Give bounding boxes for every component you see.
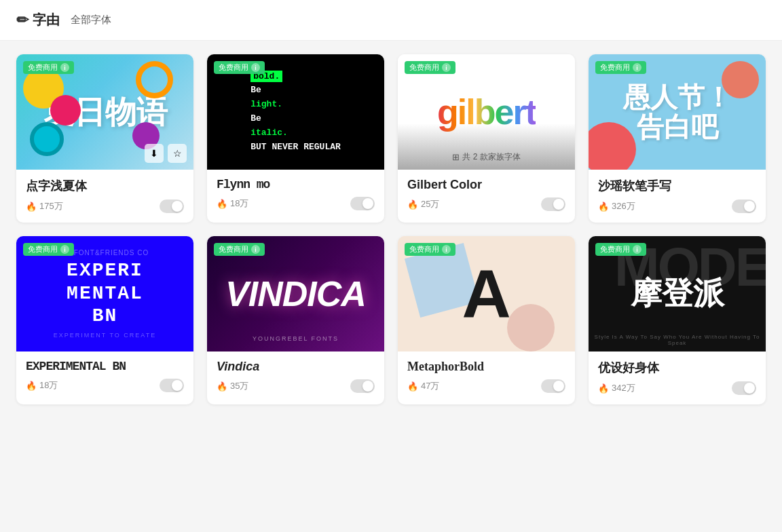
card-info-youshe: 优设好身体 🔥 342万 bbox=[589, 352, 766, 404]
flame-icon-youshe: 🔥 bbox=[598, 383, 609, 394]
free-badge-metaphor: 免费商用 i bbox=[405, 243, 455, 256]
free-badge-youshe: 免费商用 i bbox=[595, 243, 646, 256]
card-info-gilbert: Gilbert Color 🔥 25万 bbox=[398, 170, 575, 221]
card-preview-flynn: 免费商用 i bold. Be light. Be italic. BUT NE… bbox=[207, 54, 384, 170]
flame-icon-flynn: 🔥 bbox=[217, 199, 227, 209]
info-icon-experimental: i bbox=[60, 245, 69, 254]
preview-text-youshe: 摩登派 bbox=[631, 273, 724, 315]
font-meta-shayao: 🔥 326万 bbox=[598, 200, 756, 213]
flame-icon: 🔥 bbox=[26, 202, 37, 212]
card-info-xiari: 点字浅夏体 🔥 175万 bbox=[16, 170, 193, 223]
toggle-xiari[interactable] bbox=[160, 200, 184, 213]
free-badge-shayao: 免费商用 i bbox=[595, 61, 646, 74]
toggle-flynn[interactable] bbox=[350, 197, 375, 210]
preview-text-shayao: 愚人节！告白吧 bbox=[623, 82, 732, 142]
card-info-flynn: Flynn mo 🔥 18万 bbox=[207, 170, 384, 220]
toggle-gilbert[interactable] bbox=[541, 197, 565, 211]
free-badge-vindica: 免费商用 i bbox=[214, 243, 265, 256]
download-count-flynn: 🔥 18万 bbox=[217, 197, 248, 210]
preview-star-icon[interactable]: ☆ bbox=[168, 144, 187, 163]
card-preview-vindica: 免费商用 i VINDICA YOUNGREBEL FONTS bbox=[207, 236, 384, 352]
font-grid: 免费商用 i 夏日物语 ⬇ ☆ 点字浅夏体 🔥 175万 bbox=[0, 41, 782, 418]
font-card-experimental[interactable]: 免费商用 i BY FONT&FRIENDS CO EXPERIMENTALBN… bbox=[16, 236, 193, 404]
font-meta-vindica: 🔥 35万 bbox=[217, 379, 375, 393]
font-meta-metaphor: 🔥 47万 bbox=[407, 379, 565, 393]
flame-icon-gilbert: 🔥 bbox=[407, 200, 418, 210]
card-preview-experimental: 免费商用 i BY FONT&FRIENDS CO EXPERIMENTALBN… bbox=[16, 236, 193, 352]
download-count-xiari: 🔥 175万 bbox=[26, 200, 63, 212]
logo-text: 字由 bbox=[33, 11, 60, 29]
flame-icon-metaphor: 🔥 bbox=[407, 381, 418, 392]
font-meta-xiari: 🔥 175万 bbox=[26, 200, 184, 213]
download-count-metaphor: 🔥 47万 bbox=[407, 380, 439, 392]
logo[interactable]: ✏ 字由 bbox=[16, 11, 60, 29]
toggle-vindica[interactable] bbox=[350, 379, 375, 393]
card-preview-xiari: 免费商用 i 夏日物语 ⬇ ☆ bbox=[16, 54, 193, 170]
font-card-youshe[interactable]: 免费商用 i MODE 摩登派 Style Is A Way To Say Wh… bbox=[589, 236, 766, 404]
font-card-shayao[interactable]: 免费商用 i 愚人节！告白吧 沙瑶软笔手写 🔥 326万 bbox=[589, 54, 766, 223]
font-card-xiari[interactable]: 免费商用 i 夏日物语 ⬇ ☆ 点字浅夏体 🔥 175万 bbox=[16, 54, 193, 223]
preview-text-experimental: EXPERIMENTALBN bbox=[54, 259, 156, 328]
toggle-shayao[interactable] bbox=[732, 200, 756, 213]
toggle-metaphor[interactable] bbox=[541, 379, 565, 393]
free-badge-experimental: 免费商用 i bbox=[23, 243, 74, 256]
info-icon-shayao: i bbox=[633, 63, 641, 72]
download-count-gilbert: 🔥 25万 bbox=[407, 198, 439, 210]
preview-download-icon[interactable]: ⬇ bbox=[145, 144, 164, 163]
download-count-shayao: 🔥 326万 bbox=[598, 200, 635, 212]
font-card-vindica[interactable]: 免费商用 i VINDICA YOUNGREBEL FONTS Vindica … bbox=[207, 236, 384, 404]
download-count-youshe: 🔥 342万 bbox=[598, 382, 635, 394]
font-name-youshe: 优设好身体 bbox=[598, 360, 756, 376]
preview-text-metaphor: A bbox=[462, 260, 510, 328]
font-name-metaphor: MetaphorBold bbox=[407, 360, 565, 374]
font-card-gilbert[interactable]: 免费商用 i gilbert ⊞ 共 2 款家族字体 Gilbert Color… bbox=[398, 54, 575, 223]
download-count-experimental: 🔥 18万 bbox=[26, 379, 58, 392]
font-card-metaphor[interactable]: 免费商用 i A MetaphorBold 🔥 47万 bbox=[398, 236, 575, 404]
font-meta-youshe: 🔥 342万 bbox=[598, 381, 756, 395]
info-icon: i bbox=[60, 63, 69, 72]
flame-icon-vindica: 🔥 bbox=[217, 381, 227, 392]
family-badge-gilbert: ⊞ 共 2 款家族字体 bbox=[398, 151, 575, 163]
info-icon-metaphor: i bbox=[442, 245, 451, 254]
header: ✏ 字由 全部字体 bbox=[0, 0, 782, 41]
font-meta-experimental: 🔥 18万 bbox=[26, 379, 184, 392]
info-icon-youshe: i bbox=[633, 245, 641, 254]
preview-sub-vindica: YOUNGREBEL FONTS bbox=[253, 335, 339, 342]
info-icon-gilbert: i bbox=[442, 63, 451, 72]
free-badge-xiari: 免费商用 i bbox=[23, 61, 74, 74]
preview-text-gilbert: gilbert bbox=[437, 92, 536, 132]
font-meta-flynn: 🔥 18万 bbox=[217, 197, 375, 210]
flame-icon-experimental: 🔥 bbox=[26, 381, 37, 391]
font-name-xiari: 点字浅夏体 bbox=[26, 178, 184, 194]
card-preview-youshe: 免费商用 i MODE 摩登派 Style Is A Way To Say Wh… bbox=[589, 236, 766, 352]
font-meta-gilbert: 🔥 25万 bbox=[407, 197, 565, 211]
logo-icon: ✏ bbox=[16, 12, 29, 29]
card-preview-gilbert: 免费商用 i gilbert ⊞ 共 2 款家族字体 bbox=[398, 54, 575, 170]
info-icon-vindica: i bbox=[251, 245, 260, 254]
font-name-experimental: EXPERIMENTAL BN bbox=[26, 360, 184, 373]
card-info-vindica: Vindica 🔥 35万 bbox=[207, 352, 384, 402]
card-preview-shayao: 免费商用 i 愚人节！告白吧 bbox=[589, 54, 766, 170]
nav-label[interactable]: 全部字体 bbox=[71, 14, 111, 26]
free-badge-gilbert: 免费商用 i bbox=[405, 61, 455, 74]
flame-icon-shayao: 🔥 bbox=[598, 202, 609, 212]
preview-icons: ⬇ ☆ bbox=[145, 144, 187, 163]
app-container: ✏ 字由 全部字体 免费商用 i 夏日物语 ⬇ ☆ bbox=[0, 0, 782, 418]
preview-text-vindica: VINDICA bbox=[225, 273, 366, 314]
font-name-vindica: Vindica bbox=[217, 360, 375, 374]
font-card-flynn[interactable]: 免费商用 i bold. Be light. Be italic. BUT NE… bbox=[207, 54, 384, 223]
font-name-gilbert: Gilbert Color bbox=[407, 178, 565, 192]
font-name-flynn: Flynn mo bbox=[217, 178, 375, 191]
card-info-metaphor: MetaphorBold 🔥 47万 bbox=[398, 352, 575, 402]
card-info-shayao: 沙瑶软笔手写 🔥 326万 bbox=[589, 170, 766, 223]
toggle-experimental[interactable] bbox=[160, 379, 184, 392]
download-count-vindica: 🔥 35万 bbox=[217, 380, 248, 392]
free-badge-flynn: 免费商用 i bbox=[214, 61, 265, 74]
card-preview-metaphor: 免费商用 i A bbox=[398, 236, 575, 352]
preview-text-flynn: bold. Be light. Be italic. BUT NEVER REG… bbox=[250, 70, 341, 155]
info-icon-flynn: i bbox=[251, 63, 260, 72]
card-info-experimental: EXPERIMENTAL BN 🔥 18万 bbox=[16, 352, 193, 402]
font-name-shayao: 沙瑶软笔手写 bbox=[598, 178, 756, 194]
toggle-youshe[interactable] bbox=[732, 381, 756, 395]
